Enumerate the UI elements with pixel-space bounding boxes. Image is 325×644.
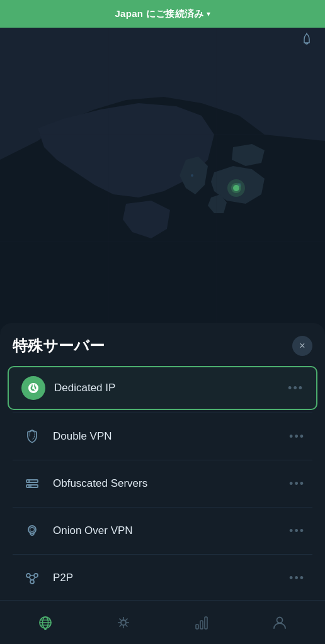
obfuscated-item[interactable]: Obfuscated Servers ••• bbox=[8, 463, 317, 504]
double-vpn-more-icon[interactable]: ••• bbox=[289, 430, 305, 443]
svg-point-21 bbox=[34, 574, 38, 577]
status-bar: Japan にご接続済み ▾ bbox=[0, 0, 325, 28]
svg-point-3 bbox=[191, 174, 193, 177]
chevron-down-icon: ▾ bbox=[207, 9, 210, 18]
svg-line-39 bbox=[125, 618, 127, 620]
svg-rect-43 bbox=[205, 617, 207, 629]
svg-rect-14 bbox=[26, 480, 38, 482]
p2p-more-icon[interactable]: ••• bbox=[289, 572, 305, 585]
divider-4 bbox=[13, 554, 312, 555]
svg-point-19 bbox=[30, 528, 35, 532]
svg-line-40 bbox=[120, 625, 122, 626]
svg-point-32 bbox=[121, 620, 126, 625]
panel-header: 特殊サーバー × bbox=[0, 323, 325, 365]
svg-point-18 bbox=[28, 526, 36, 533]
svg-line-24 bbox=[29, 577, 31, 581]
svg-rect-41 bbox=[196, 625, 198, 629]
map-area bbox=[0, 28, 325, 348]
svg-rect-42 bbox=[200, 621, 203, 629]
obfuscated-icon bbox=[20, 472, 44, 496]
dedicated-ip-label: Dedicated IP bbox=[54, 382, 288, 394]
close-button[interactable]: × bbox=[292, 336, 312, 356]
p2p-icon bbox=[20, 566, 44, 590]
notification-bell-icon[interactable] bbox=[300, 33, 314, 50]
bottom-navigation bbox=[0, 600, 325, 644]
obfuscated-label: Obfuscated Servers bbox=[53, 477, 289, 490]
onion-label: Onion Over VPN bbox=[53, 525, 289, 537]
divider-1 bbox=[13, 413, 312, 413]
double-vpn-item[interactable]: Double VPN ••• bbox=[8, 416, 317, 457]
svg-line-37 bbox=[120, 618, 122, 620]
svg-point-44 bbox=[277, 617, 283, 623]
close-icon: × bbox=[299, 340, 305, 352]
divider-3 bbox=[13, 507, 312, 508]
nav-account[interactable] bbox=[241, 601, 319, 644]
obfuscated-more-icon[interactable]: ••• bbox=[289, 477, 305, 491]
connection-status: Japan にご接続済み bbox=[115, 8, 203, 20]
special-servers-panel: 特殊サーバー × Dedicated IP ••• bbox=[0, 323, 325, 644]
nav-stats[interactable] bbox=[162, 601, 241, 644]
svg-line-25 bbox=[33, 577, 35, 581]
divider-2 bbox=[13, 460, 312, 460]
dedicated-ip-more-icon[interactable]: ••• bbox=[288, 382, 304, 395]
double-vpn-label: Double VPN bbox=[53, 430, 289, 443]
nav-servers[interactable] bbox=[84, 601, 162, 644]
panel-title: 特殊サーバー bbox=[13, 336, 105, 356]
p2p-label: P2P bbox=[53, 572, 289, 584]
p2p-item[interactable]: P2P ••• bbox=[8, 557, 317, 599]
svg-point-6 bbox=[233, 185, 239, 191]
svg-point-20 bbox=[26, 574, 30, 577]
svg-rect-15 bbox=[26, 485, 38, 487]
onion-icon bbox=[20, 519, 44, 543]
nav-globe[interactable] bbox=[6, 601, 84, 644]
svg-line-38 bbox=[125, 625, 127, 626]
onion-item[interactable]: Onion Over VPN ••• bbox=[8, 510, 317, 552]
dedicated-ip-item[interactable]: Dedicated IP ••• bbox=[8, 366, 317, 410]
onion-more-icon[interactable]: ••• bbox=[289, 525, 305, 538]
svg-point-31 bbox=[44, 628, 47, 630]
dedicated-ip-icon bbox=[21, 376, 45, 400]
svg-point-22 bbox=[30, 580, 34, 584]
double-vpn-icon bbox=[20, 425, 44, 448]
